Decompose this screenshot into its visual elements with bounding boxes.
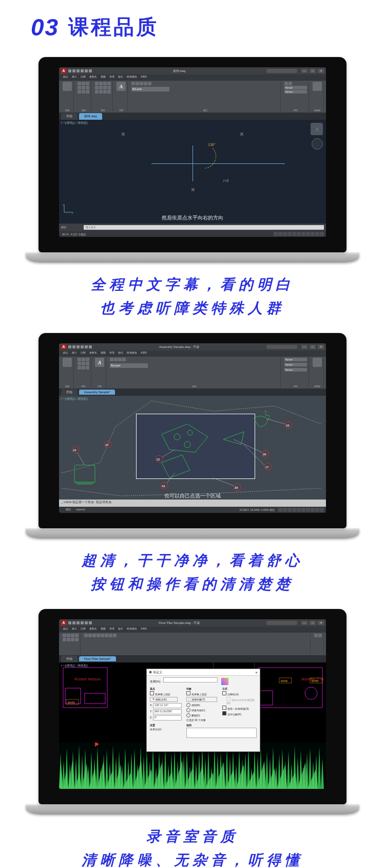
app-logo[interactable]: A: [61, 344, 66, 349]
ribbon-icon[interactable]: [314, 634, 318, 637]
maximize-button[interactable]: □: [310, 621, 316, 625]
ribbon-icon[interactable]: [110, 358, 113, 361]
ribbon-icon[interactable]: [78, 366, 81, 370]
ribbon-icon[interactable]: [86, 90, 89, 94]
text-tool-icon[interactable]: A: [117, 82, 126, 91]
dialog-close-button[interactable]: ✕: [255, 671, 258, 674]
ribbon-icon[interactable]: [122, 358, 126, 361]
status-icon[interactable]: [315, 508, 319, 512]
quick-access-toolbar[interactable]: [68, 69, 92, 72]
ribbon-tab[interactable]: 插入: [71, 75, 78, 80]
ribbon-icon[interactable]: [78, 82, 81, 85]
onscreen-checkbox[interactable]: 在屏幕上指定: [186, 691, 221, 696]
app-logo[interactable]: A: [61, 68, 66, 73]
prop-dropdown[interactable]: ByLayer: [284, 90, 307, 94]
ribbon-icon[interactable]: [140, 82, 143, 85]
ribbon-icon[interactable]: [97, 634, 100, 637]
ribbon-tab[interactable]: 注释: [80, 627, 87, 632]
ribbon-icon[interactable]: [63, 634, 66, 637]
ribbon-icon[interactable]: [75, 634, 79, 637]
prop-dropdown[interactable]: ByLayer: [284, 368, 307, 372]
ribbon-tab[interactable]: 参数化: [88, 351, 98, 356]
layer-dropdown[interactable]: ByLayer: [110, 363, 148, 368]
ribbon-icon[interactable]: [114, 358, 118, 361]
ribbon-icon[interactable]: [148, 82, 151, 85]
y-input[interactable]: 260'-3 131/256": [153, 709, 182, 714]
ribbon-icon[interactable]: [86, 366, 89, 370]
ribbon-tab[interactable]: 管理: [108, 75, 116, 80]
ribbon-icon[interactable]: [318, 634, 322, 637]
ribbon-icon[interactable]: [95, 90, 99, 94]
ribbon-tab[interactable]: 视图: [100, 627, 107, 632]
ribbon-icon[interactable]: [78, 90, 81, 94]
minimize-button[interactable]: —: [301, 345, 307, 349]
ribbon-icon[interactable]: [78, 358, 81, 361]
ribbon-icon[interactable]: [99, 90, 103, 94]
line-tool-icon[interactable]: [63, 358, 72, 367]
maximize-button[interactable]: □: [310, 69, 316, 73]
drawing-canvas[interactable]: [一][俯视][二维线框] Robert Nelson 6043: [59, 662, 326, 789]
status-icon[interactable]: [287, 508, 292, 512]
ribbon-icon[interactable]: [88, 634, 92, 637]
ribbon-icon[interactable]: [86, 86, 89, 89]
app-logo[interactable]: A: [61, 620, 66, 625]
select-objects-button[interactable]: ⬚ 选择对象(T): [186, 697, 217, 702]
ribbon-tab[interactable]: 输出: [117, 75, 124, 80]
ribbon-icon[interactable]: [84, 634, 88, 637]
layout-tab[interactable]: Layout1: [74, 508, 87, 512]
annotative-checkbox[interactable]: 注释性(A): [222, 691, 257, 696]
status-icon[interactable]: [278, 232, 282, 236]
close-button[interactable]: ✕: [318, 69, 324, 73]
ribbon-tab[interactable]: 默认: [62, 75, 69, 80]
status-icon[interactable]: [315, 232, 319, 236]
ribbon-icon[interactable]: [103, 82, 107, 85]
start-tab[interactable]: 开始: [61, 113, 78, 120]
document-tab[interactable]: 旋转.dwg: [79, 113, 102, 120]
block-name-input[interactable]: [163, 677, 218, 682]
minimize-button[interactable]: —: [301, 621, 307, 625]
ribbon-icon[interactable]: [103, 90, 107, 94]
convert-radio[interactable]: 转换为块(C): [186, 708, 221, 712]
ribbon-icon[interactable]: [67, 634, 70, 637]
search-input[interactable]: [266, 621, 297, 625]
status-icon[interactable]: [301, 508, 305, 512]
ribbon-tab[interactable]: 默认: [62, 351, 69, 356]
onscreen-checkbox[interactable]: 在屏幕上指定: [150, 691, 184, 696]
pick-point-button[interactable]: 📍 拾取点(K): [150, 697, 178, 702]
document-tab[interactable]: Floor Plan Sample*: [79, 656, 116, 661]
status-icon[interactable]: [287, 232, 292, 236]
prop-dropdown[interactable]: ByLayer: [284, 363, 307, 366]
ribbon-icon[interactable]: [99, 82, 103, 85]
ribbon-icon[interactable]: [95, 82, 99, 85]
ribbon-tab[interactable]: 输出: [117, 627, 124, 632]
z-input[interactable]: 0": [153, 715, 182, 721]
uniform-scale-checkbox[interactable]: 按统一比例缩放(S): [222, 706, 257, 710]
start-tab[interactable]: 开始: [61, 656, 78, 662]
status-icon[interactable]: [292, 232, 296, 236]
status-icon[interactable]: [274, 232, 278, 236]
ribbon-tab[interactable]: 管理: [108, 627, 116, 632]
document-tab[interactable]: Assembly Sample*: [79, 390, 115, 395]
retain-radio[interactable]: 保留(R): [186, 703, 221, 707]
ribbon-icon[interactable]: [99, 86, 103, 89]
ribbon-icon[interactable]: [288, 82, 292, 85]
clipboard-icon[interactable]: [313, 82, 322, 91]
ribbon-tab[interactable]: 插入: [71, 351, 78, 356]
ribbon-icon[interactable]: [86, 82, 89, 85]
ribbon-icon[interactable]: [75, 638, 79, 641]
ribbon-icon[interactable]: [109, 634, 112, 637]
status-icon[interactable]: [283, 508, 287, 512]
maximize-button[interactable]: □: [310, 345, 316, 349]
line-tool-icon[interactable]: [63, 82, 72, 91]
status-icon[interactable]: [306, 232, 310, 236]
model-tab[interactable]: 模型: [61, 226, 82, 229]
drawing-canvas[interactable]: [一][俯视][二维线框] 上 ⌘ ⌘ ⌘ 138° r=0 YX 然后依原点水…: [59, 120, 326, 224]
ribbon-icon[interactable]: [113, 634, 117, 637]
ribbon-icon[interactable]: [67, 638, 70, 641]
prop-dropdown[interactable]: ByLayer: [284, 86, 307, 89]
ribbon-icon[interactable]: [82, 82, 85, 85]
status-icon[interactable]: [283, 232, 287, 236]
status-icon[interactable]: [301, 232, 305, 236]
start-tab[interactable]: 开始: [61, 389, 78, 396]
x-input[interactable]: 130'-11 1/2": [153, 703, 182, 708]
